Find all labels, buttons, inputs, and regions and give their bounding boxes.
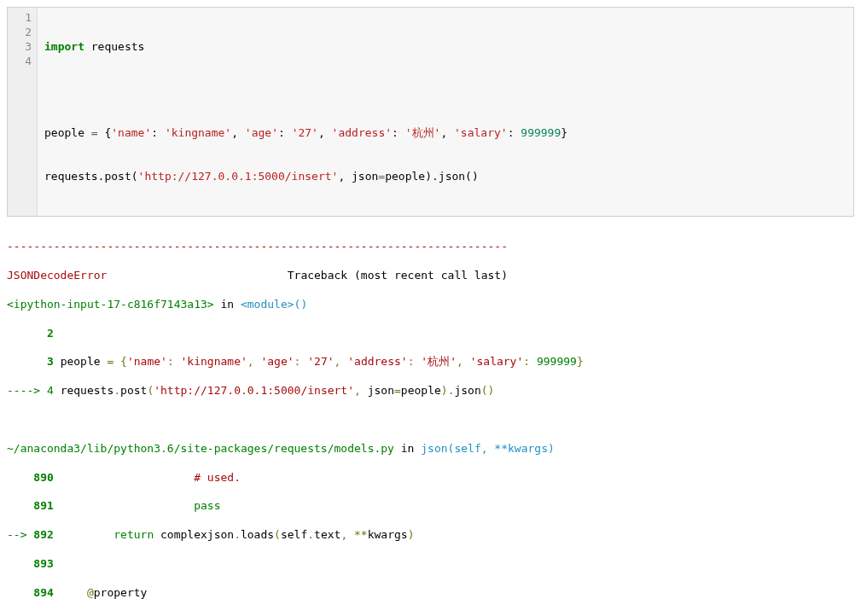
traceback-line: --> 892 return complexjson.loads(self.te…	[7, 528, 854, 543]
code-line: people = {'name': 'kingname', 'age': '27…	[44, 126, 846, 141]
line-gutter: 1 2 3 4	[8, 8, 38, 216]
traceback-line: JSONDecodeError Traceback (most recent c…	[7, 269, 854, 283]
traceback-line: <ipython-input-17-c816f7143a13> in <modu…	[7, 298, 854, 312]
traceback-line: 3 people = {'name': 'kingname', 'age': '…	[7, 355, 854, 369]
traceback-output: ----------------------------------------…	[7, 218, 854, 616]
traceback-line: ----> 4 requests.post('http://127.0.0.1:…	[7, 384, 854, 398]
traceback-line: 894 @property	[7, 586, 854, 601]
traceback-line: 891 pass	[7, 499, 854, 514]
traceback-line: 890 # used.	[7, 471, 854, 485]
line-number: 4	[11, 55, 32, 69]
code-line	[44, 83, 846, 97]
traceback-line: ----------------------------------------…	[7, 240, 854, 254]
code-line: requests.post('http://127.0.0.1:5000/ins…	[44, 170, 846, 184]
line-number: 3	[11, 40, 32, 55]
line-number: 2	[11, 26, 32, 40]
line-number: 1	[11, 11, 32, 26]
code-body[interactable]: import requests people = {'name': 'kingn…	[38, 8, 853, 216]
traceback-line: ~/anaconda3/lib/python3.6/site-packages/…	[7, 442, 854, 456]
traceback-line	[7, 413, 854, 427]
traceback-line: 893	[7, 557, 854, 572]
code-input-cell: 1 2 3 4 import requests people = {'name'…	[7, 7, 854, 217]
code-line: import requests	[44, 40, 846, 55]
traceback-line: 2	[7, 327, 854, 341]
